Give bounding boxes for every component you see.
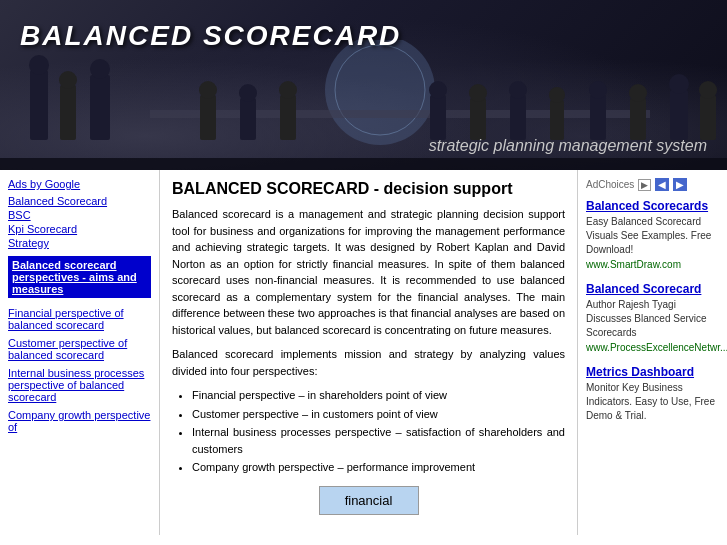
ad-nav-prev[interactable]: ◀ bbox=[655, 178, 669, 191]
svg-point-14 bbox=[279, 81, 297, 99]
page-header: BALANCED SCORECARD strategic planning ma… bbox=[0, 0, 727, 170]
svg-point-20 bbox=[509, 81, 527, 99]
svg-rect-2 bbox=[30, 70, 48, 140]
svg-rect-17 bbox=[470, 98, 486, 140]
sidebar-link-strategy[interactable]: Strategy bbox=[8, 236, 151, 250]
right-ad-2-desc: Monitor Key Business Indicators. Easy to… bbox=[586, 381, 719, 423]
svg-point-30 bbox=[699, 81, 717, 99]
financial-button[interactable]: financial bbox=[319, 486, 419, 515]
sidebar-link-financial-perspective[interactable]: Financial perspective of balanced scorec… bbox=[8, 304, 151, 334]
header-title: BALANCED SCORECARD bbox=[20, 20, 401, 52]
svg-rect-27 bbox=[670, 90, 688, 140]
svg-rect-23 bbox=[590, 95, 606, 140]
sidebar-link-company-growth[interactable]: Company growth perspective of bbox=[8, 406, 151, 436]
svg-point-5 bbox=[59, 71, 77, 89]
svg-point-24 bbox=[589, 81, 607, 99]
perspectives-list: Financial perspective – in shareholders … bbox=[192, 387, 565, 476]
right-ad-0-url[interactable]: www.SmartDraw.com bbox=[586, 259, 719, 270]
svg-point-10 bbox=[199, 81, 217, 99]
svg-point-28 bbox=[669, 74, 689, 94]
main-content-area: BALANCED SCORECARD - decision support Ba… bbox=[160, 170, 577, 535]
ad-choices-bar: AdChoices ▶ ◀ ▶ bbox=[586, 178, 719, 191]
perspective-item-3: Company growth perspective – performance… bbox=[192, 459, 565, 476]
svg-rect-31 bbox=[0, 158, 727, 170]
sidebar-link-bsc[interactable]: BSC bbox=[8, 208, 151, 222]
right-ad-1-title[interactable]: Balanced Scorecard bbox=[586, 282, 719, 296]
svg-rect-11 bbox=[240, 98, 256, 140]
right-ad-0-desc: Easy Balanced Scorecard Visuals See Exam… bbox=[586, 215, 719, 257]
svg-rect-29 bbox=[700, 95, 716, 140]
perspective-item-2: Internal business processes perspective … bbox=[192, 424, 565, 457]
ads-by-google[interactable]: Ads by Google bbox=[8, 178, 151, 190]
right-ad-1-desc: Author Rajesh Tyagi Discusses Blanced Se… bbox=[586, 298, 719, 340]
svg-rect-25 bbox=[630, 98, 646, 140]
sidebar-link-internal-business[interactable]: Internal business processes perspective … bbox=[8, 364, 151, 406]
main-layout: Ads by Google Balanced Scorecard BSC Kpi… bbox=[0, 170, 727, 535]
svg-rect-15 bbox=[430, 95, 446, 140]
right-ad-0: Balanced Scorecards Easy Balanced Scorec… bbox=[586, 199, 719, 270]
svg-point-3 bbox=[29, 55, 49, 75]
svg-rect-21 bbox=[550, 100, 564, 140]
right-ad-2-title[interactable]: Metrics Dashboard bbox=[586, 365, 719, 379]
svg-rect-6 bbox=[90, 75, 110, 140]
sidebar-highlighted-link[interactable]: Balanced scorecard perspectives - aims a… bbox=[8, 256, 151, 298]
svg-point-0 bbox=[325, 40, 435, 145]
perspective-item-0: Financial perspective – in shareholders … bbox=[192, 387, 565, 404]
svg-point-18 bbox=[469, 84, 487, 102]
main-paragraph-2: Balanced scorecard implements mission an… bbox=[172, 346, 565, 379]
main-body: Balanced scorecard is a management and s… bbox=[172, 206, 565, 476]
right-ad-1-url[interactable]: www.ProcessExcellenceNetwr... bbox=[586, 342, 719, 353]
svg-point-7 bbox=[90, 59, 110, 79]
svg-point-22 bbox=[549, 87, 565, 103]
main-paragraph-1: Balanced scorecard is a management and s… bbox=[172, 206, 565, 338]
svg-point-16 bbox=[429, 81, 447, 99]
svg-rect-4 bbox=[60, 85, 76, 140]
ad-nav-next[interactable]: ▶ bbox=[673, 178, 687, 191]
ad-choices-label: AdChoices bbox=[586, 179, 634, 190]
perspective-item-1: Customer perspective – in customers poin… bbox=[192, 406, 565, 423]
header-subtitle: strategic planning management system bbox=[429, 137, 707, 155]
right-ad-1: Balanced Scorecard Author Rajesh Tyagi D… bbox=[586, 282, 719, 353]
svg-point-26 bbox=[629, 84, 647, 102]
sidebar-link-customer-perspective[interactable]: Customer perspective of balanced scoreca… bbox=[8, 334, 151, 364]
sidebar-link-balanced-scorecard[interactable]: Balanced Scorecard bbox=[8, 194, 151, 208]
main-title: BALANCED SCORECARD - decision support bbox=[172, 180, 565, 198]
svg-rect-8 bbox=[150, 110, 650, 118]
right-ad-0-title[interactable]: Balanced Scorecards bbox=[586, 199, 719, 213]
right-ad-2: Metrics Dashboard Monitor Key Business I… bbox=[586, 365, 719, 423]
ad-choices-icon: ▶ bbox=[638, 179, 651, 191]
svg-point-12 bbox=[239, 84, 257, 102]
sidebar-link-kpi[interactable]: Kpi Scorecard bbox=[8, 222, 151, 236]
left-sidebar: Ads by Google Balanced Scorecard BSC Kpi… bbox=[0, 170, 160, 535]
svg-rect-13 bbox=[280, 95, 296, 140]
right-sidebar: AdChoices ▶ ◀ ▶ Balanced Scorecards Easy… bbox=[577, 170, 727, 535]
svg-rect-19 bbox=[510, 95, 526, 140]
svg-rect-9 bbox=[200, 95, 216, 140]
